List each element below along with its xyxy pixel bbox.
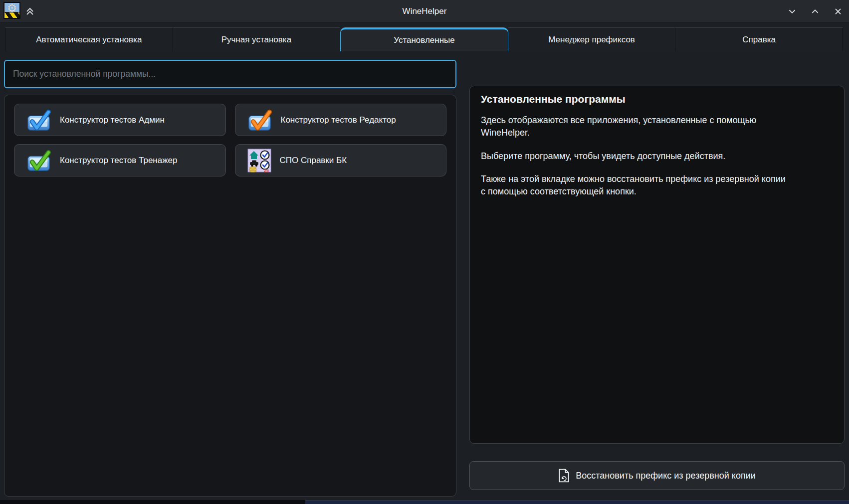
document-restore-icon <box>558 469 570 483</box>
tab-auto-install[interactable]: Автоматическая установка <box>5 27 173 51</box>
tab-manual-install[interactable]: Ручная установка <box>173 27 341 51</box>
svg-text:25: 25 <box>264 168 269 172</box>
window-title: WineHelper <box>0 0 849 22</box>
program-item-spo-spravki-bk[interactable]: 25 СПО Справки БК <box>235 144 447 176</box>
program-item-konstruktor-admin[interactable]: Конструктор тестов Админ <box>14 104 226 136</box>
restore-button-label: Восстановить префикс из резервной копии <box>576 471 756 481</box>
taskbar-strip <box>0 500 849 504</box>
titlebar-divider <box>0 22 849 23</box>
tab-prefix-manager[interactable]: Менеджер префиксов <box>508 27 676 51</box>
chevron-up-icon <box>811 7 820 16</box>
program-label: СПО Справки БК <box>280 156 347 166</box>
program-item-konstruktor-trenazher[interactable]: Конструктор тестов Тренажер <box>14 144 226 176</box>
info-panel-title: Установленные программы <box>481 93 833 105</box>
check-green-icon <box>26 149 51 172</box>
x-icon <box>834 7 843 16</box>
chevron-down-icon <box>788 7 797 16</box>
info-paragraph: Здесь отображаются все приложения, устан… <box>481 114 787 139</box>
maximize-button[interactable] <box>810 6 820 16</box>
info-panel: Установленные программы Здесь отображают… <box>469 86 845 444</box>
program-label: Конструктор тестов Тренажер <box>60 156 177 166</box>
info-paragraph: Также на этой вкладке можно восстановить… <box>481 173 787 198</box>
minimize-button[interactable] <box>787 6 797 16</box>
restore-prefix-button[interactable]: Восстановить префикс из резервной копии <box>469 461 845 490</box>
winehelper-window: ⚙ WineHelper <box>0 0 849 504</box>
tab-help[interactable]: Справка <box>675 27 843 51</box>
search-input[interactable] <box>4 60 456 88</box>
installed-programs-panel: Конструктор тестов Админ Конструктор тес… <box>4 95 456 497</box>
check-orange-icon <box>247 109 272 132</box>
tab-installed[interactable]: Установленные <box>340 27 508 51</box>
close-button[interactable] <box>833 6 843 16</box>
tab-bar: Автоматическая установка Ручная установк… <box>5 27 843 51</box>
check-blue-icon <box>26 109 51 132</box>
titlebar[interactable]: ⚙ WineHelper <box>0 0 849 23</box>
program-item-konstruktor-redaktor[interactable]: Конструктор тестов Редактор <box>235 104 447 136</box>
taskbar-strip-blue <box>305 500 849 504</box>
program-label: Конструктор тестов Редактор <box>281 115 396 125</box>
spo-spravki-icon: 25 <box>247 149 271 172</box>
info-paragraph: Выберите программу, чтобы увидеть доступ… <box>481 150 787 163</box>
program-label: Конструктор тестов Админ <box>60 115 165 125</box>
